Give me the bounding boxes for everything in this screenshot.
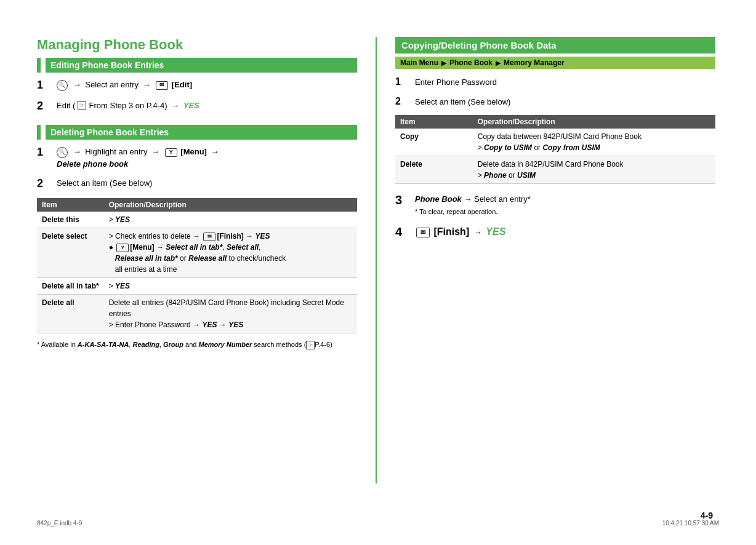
page-number: 4-9 [701, 511, 713, 520]
edit-step2-text1: Edit ( [57, 101, 75, 110]
table-row: Delete Delete data in 842P/USIM Card Pho… [395, 156, 715, 184]
copy-table-header-item: Item [395, 115, 473, 129]
section2-bar [37, 125, 41, 140]
edit-step1-num: 1 [37, 79, 52, 92]
main-heading: Managing Phone Book [37, 37, 357, 53]
section2-heading-container: Deleting Phone Book Entries [37, 125, 357, 140]
table-row: Delete all in tab* > YES [37, 277, 357, 294]
search-icon2: 🔍 [57, 147, 68, 158]
right-step3-text: → Select an entry* [464, 194, 530, 204]
right-step3-num: 3 [395, 193, 410, 207]
delete-select-item: Delete select [37, 228, 104, 277]
table-row: Delete select > Check entries to delete … [37, 228, 357, 277]
delete-step2-num: 2 [37, 177, 52, 191]
delete-step2: 2 Select an item (See below) [37, 177, 357, 191]
copy-table-header-desc: Operation/Description [473, 115, 715, 129]
right-step1-content: Enter Phone Password [415, 76, 715, 89]
delete-table: Item Operation/Description Delete this >… [37, 198, 357, 333]
nav-item-phonebook: Phone Book [449, 58, 493, 67]
arrow4: → [73, 147, 81, 156]
highlight-text: Highlight an entry [85, 147, 147, 156]
right-step4-num: 4 [395, 225, 410, 239]
section1-heading: Editing Phone Book Entries [50, 60, 352, 70]
right-step4-content: ✉ [Finish] → YES [415, 225, 715, 239]
nav-arrow2: ▶ [496, 59, 501, 67]
delete-all-item: Delete all [37, 294, 104, 333]
copy-item: Copy [395, 129, 473, 156]
delete-footnote: * Available in A-KA-SA-TA-NA, Reading, G… [37, 340, 357, 350]
edit-step1-content: 🔍 → Select an entry → ✉ [Edit] [57, 79, 357, 91]
table-row: Delete all Delete all entries (842P/USIM… [37, 294, 357, 333]
delete-phone-book-label: Delete phone book [57, 159, 128, 169]
content-area: Managing Phone Book Editing Phone Book E… [37, 37, 719, 483]
section1-bar [37, 58, 41, 73]
delete-step1-num: 1 [37, 146, 52, 159]
right-step2: 2 Select an item (See below) [395, 96, 715, 108]
arrow6: → [211, 147, 219, 156]
delete-step2-content: Select an item (See below) [57, 177, 357, 189]
column-divider [376, 37, 377, 483]
delete-all-desc: Delete all entries (842P/USIM Card Phone… [104, 294, 357, 333]
nav-item-main: Main Menu [400, 58, 438, 67]
menu-key-icon: Y [165, 148, 177, 157]
search-icon: 🔍 [57, 80, 68, 91]
table-row: Copy Copy data between 842P/USIM Card Ph… [395, 129, 715, 156]
finish-key-icon: ✉ [416, 228, 430, 237]
right-step3-footnote: * To clear, repeat operation. [415, 208, 497, 215]
edit-step2-num: 2 [37, 100, 52, 113]
right-step2-content: Select an item (See below) [415, 96, 715, 108]
arrow-finish: → [474, 228, 485, 237]
right-column: Copying/Deleting Phone Book Data Main Me… [395, 37, 715, 483]
nav-item-memory: Memory Manager [504, 58, 565, 67]
edit-key-icon: ✉ [156, 81, 168, 90]
arrow2: → [143, 80, 151, 89]
page-icon: ☞ [78, 101, 86, 109]
finish-label: [Finish] [433, 226, 469, 237]
arrow5: → [151, 147, 159, 156]
right-main-heading: Copying/Deleting Phone Book Data [395, 37, 715, 54]
select-entry-text: Select an entry [85, 80, 139, 89]
copy-desc: Copy data between 842P/USIM Card Phone B… [473, 129, 715, 156]
arrow3: → [171, 101, 179, 110]
right-step1-num: 1 [395, 76, 410, 87]
right-step1: 1 Enter Phone Password [395, 76, 715, 89]
right-step4: 4 ✉ [Finish] → YES [395, 225, 715, 239]
page-container: Managing Phone Book Editing Phone Book E… [0, 0, 756, 545]
edit-step1: 1 🔍 → Select an entry → ✉ [Edit] [37, 79, 357, 92]
edit-yes: YES [183, 101, 199, 110]
edit-step2: 2 Edit ( ☞ From Step 3 on P.4-4) → YES [37, 100, 357, 113]
section1-heading-container: Editing Phone Book Entries [37, 58, 357, 73]
delete-desc: Delete data in 842P/USIM Card Phone Book… [473, 156, 715, 184]
edit-step2-content: Edit ( ☞ From Step 3 on P.4-4) → YES [57, 100, 357, 112]
delete-table-header-item: Item [37, 198, 104, 212]
section2-heading: Deleting Phone Book Entries [50, 127, 352, 137]
phone-book-bold: Phone Book [415, 194, 462, 204]
delete-step1: 1 🔍 → Highlight an entry → Y [Menu] → De… [37, 146, 357, 170]
yes-label: YES [486, 226, 505, 237]
nav-bar: Main Menu ▶ Phone Book ▶ Memory Manager [395, 57, 715, 69]
menu-label: [Menu] [180, 147, 207, 156]
footer-right: 10.4.21 10:57:30 AM [662, 520, 719, 527]
right-step3: 3 Phone Book → Select an entry* * To cle… [395, 193, 715, 217]
delete-all-tab-desc: > YES [104, 277, 357, 294]
right-step2-num: 2 [395, 96, 410, 107]
right-step3-content: Phone Book → Select an entry* * To clear… [415, 193, 715, 217]
footer-left: 842p_E.indb 4-9 [37, 520, 82, 527]
table-row: Delete this > YES [37, 212, 357, 228]
nav-arrow1: ▶ [441, 59, 446, 67]
delete-step1-content: 🔍 → Highlight an entry → Y [Menu] → Dele… [57, 146, 357, 170]
edit-label: [Edit] [172, 80, 192, 89]
delete-select-desc: > Check entries to delete → ✉[Finish] → … [104, 228, 357, 277]
delete-all-tab-item: Delete all in tab* [37, 277, 104, 294]
arrow1: → [73, 80, 81, 89]
edit-step2-text2: From Step 3 on P.4-4) [89, 101, 170, 110]
delete-this-desc: > YES [104, 212, 357, 228]
copy-delete-table: Item Operation/Description Copy Copy dat… [395, 115, 715, 184]
delete-this-item: Delete this [37, 212, 104, 228]
delete-item: Delete [395, 156, 473, 184]
left-column: Managing Phone Book Editing Phone Book E… [37, 37, 357, 483]
delete-table-header-desc: Operation/Description [104, 198, 357, 212]
arrow-text: > [109, 215, 115, 224]
